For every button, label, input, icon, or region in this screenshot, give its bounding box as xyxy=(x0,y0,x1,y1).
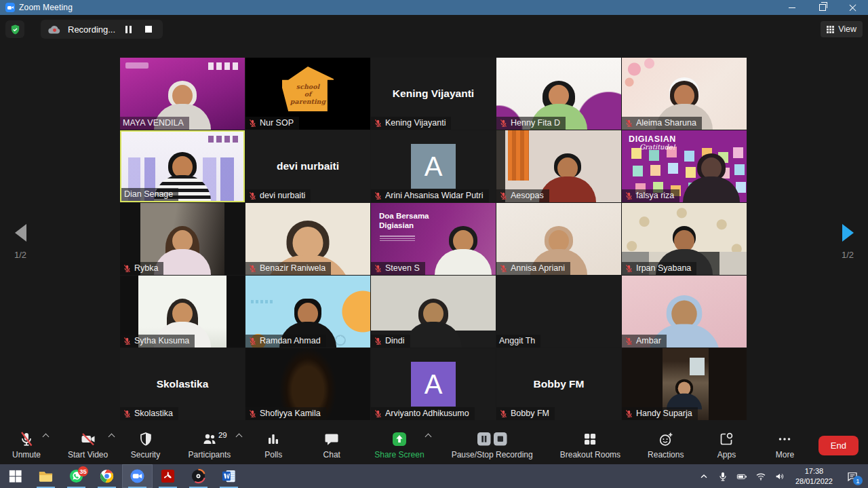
toolbar-breakout-rooms-button[interactable]: Breakout Rooms xyxy=(556,426,625,464)
toolbar-security-button[interactable]: Security xyxy=(126,426,165,464)
taskbar-clock[interactable]: 17:38 28/01/2022 xyxy=(790,464,838,488)
gallery-prev-button[interactable]: 1/2 xyxy=(0,224,41,260)
toolbar-participants-button[interactable]: 29Participants xyxy=(184,426,235,464)
toolbar-label: Polls xyxy=(264,450,282,459)
participant-tile-steven-s[interactable]: Doa BersamaDigiasianSteven S xyxy=(371,203,496,275)
recording-label: Recording... xyxy=(68,24,115,35)
muted-mic-icon xyxy=(123,409,132,418)
stop-recording-button[interactable] xyxy=(141,22,156,37)
close-button[interactable] xyxy=(837,0,868,15)
toolbar-unmute-button[interactable]: Unmute xyxy=(7,426,46,464)
participant-name-label: Handy Suparja xyxy=(622,407,698,420)
participant-tile-arini-ahsanisa[interactable]: AArini Ahsanisa Widar Putri xyxy=(371,130,496,202)
stop-icon xyxy=(145,26,152,33)
whatsapp-badge: 35 xyxy=(78,466,88,476)
participant-tile-shofiyya-kamila[interactable]: Shofiyya Kamila xyxy=(245,348,370,420)
participant-tile-bobby-fm[interactable]: Bobby FMBobby FM xyxy=(496,348,621,420)
taskbar-icon-zoom[interactable] xyxy=(122,464,153,488)
volume-icon[interactable] xyxy=(771,464,789,488)
participant-name-label: Dian Senage xyxy=(121,188,178,201)
wifi-icon[interactable] xyxy=(752,464,770,488)
muted-mic-icon xyxy=(248,119,257,128)
muted-mic-icon xyxy=(625,191,633,200)
participant-tile-nur-sop[interactable]: schoolofparentingNur SOP xyxy=(245,58,370,130)
gallery-next-button[interactable]: 1/2 xyxy=(827,224,868,260)
toolbar-more-button[interactable]: More xyxy=(765,426,804,464)
toolbar-share-screen-button[interactable]: Share Screen xyxy=(370,426,428,464)
toolbar-label: Share Screen xyxy=(374,450,424,459)
breakout-rooms-icon xyxy=(582,431,598,447)
participant-tile-henny-fita-d[interactable]: Henny Fita D xyxy=(496,58,621,130)
participant-name-label: falsya riza xyxy=(622,189,679,202)
participants-grid: MAYA VENDILAschoolofparentingNur SOPKeni… xyxy=(120,58,747,420)
muted-mic-icon xyxy=(499,191,508,200)
apps-icon xyxy=(718,431,734,447)
participant-tile-handy-suparja[interactable]: Handy Suparja xyxy=(622,348,747,420)
toolbar-polls-button[interactable]: Polls xyxy=(254,426,293,464)
restore-icon xyxy=(819,4,826,11)
participant-tile-benazir-raniwela[interactable]: Benazir Raniwela xyxy=(245,203,370,275)
chevron-up-icon[interactable] xyxy=(236,434,243,440)
clock-time: 17:38 xyxy=(795,466,833,476)
toolbar-reactions-button[interactable]: Reactions xyxy=(644,426,688,464)
view-button[interactable]: View xyxy=(821,21,863,37)
participant-tile-aesopas[interactable]: Aesopas xyxy=(496,130,621,202)
action-center-button[interactable]: 1 xyxy=(840,464,865,488)
taskbar-icon-chrome[interactable] xyxy=(92,464,122,488)
security-icon xyxy=(138,431,154,447)
participant-name-label: devi nurbaiti xyxy=(245,189,311,202)
toolbar-label: Reactions xyxy=(648,450,684,459)
participant-tile-devi-nurbaiti[interactable]: devi nurbaitidevi nurbaiti xyxy=(245,130,370,202)
participant-tile-irpan-syabana[interactable]: Irpan Syabana xyxy=(622,203,747,275)
taskbar-icon-file-explorer[interactable] xyxy=(31,464,61,488)
participant-name-label: Aesopas xyxy=(496,189,549,202)
participant-tile-falsya-riza[interactable]: DIGIASIANGratitude!falsya riza xyxy=(622,130,747,202)
participant-tile-ambar[interactable]: Ambar xyxy=(622,276,747,348)
toolbar-pause-stop-recording-button[interactable]: Pause/Stop Recording xyxy=(448,426,537,464)
view-label: View xyxy=(838,24,856,34)
chevron-up-icon[interactable] xyxy=(425,434,431,440)
participant-tile-maya-vendila[interactable]: MAYA VENDILA xyxy=(120,58,245,130)
hidden-icons-chevron[interactable] xyxy=(695,464,713,488)
participant-tile-arviyanto-adhikusumo[interactable]: AArviyanto Adhikusumo xyxy=(371,348,496,420)
restore-button[interactable] xyxy=(807,0,837,15)
taskbar-icon-acrobat[interactable] xyxy=(153,464,183,488)
muted-mic-icon xyxy=(248,264,257,273)
participant-name-label: Sytha Kusuma xyxy=(120,335,195,348)
muted-mic-icon xyxy=(499,409,508,418)
toolbar-label: Apps xyxy=(717,450,736,459)
participant-tile-sytha-kusuma[interactable]: Sytha Kusuma xyxy=(120,276,245,348)
zoom-app-icon xyxy=(5,3,15,12)
participant-tile-rybka[interactable]: Rybka xyxy=(120,203,245,275)
toolbar-start-video-button[interactable]: Start Video xyxy=(64,426,112,464)
taskbar-icon-start[interactable] xyxy=(0,464,31,488)
notification-count-badge: 1 xyxy=(853,476,863,485)
gallery-view-icon xyxy=(827,26,834,33)
battery-icon[interactable] xyxy=(733,464,751,488)
participant-name-label: Aleima Sharuna xyxy=(622,117,702,130)
participants-count: 29 xyxy=(218,431,227,439)
participant-tile-ramdan-ahmad[interactable]: Ramdan Ahmad xyxy=(245,276,370,348)
reactions-icon xyxy=(658,431,674,447)
participant-name-label: Ramdan Ahmad xyxy=(245,335,326,348)
taskbar-icon-word[interactable] xyxy=(214,464,244,488)
end-meeting-button[interactable]: End xyxy=(818,436,859,455)
toolbar-apps-button[interactable]: Apps xyxy=(707,426,746,464)
participant-tile-aleima-sharuna[interactable]: Aleima Sharuna xyxy=(622,58,747,130)
minimize-button[interactable] xyxy=(776,0,807,15)
pause-recording-button[interactable] xyxy=(121,22,136,37)
participant-tile-dindi[interactable]: Dindi xyxy=(371,276,496,348)
participant-tile-anggit-th[interactable]: Anggit Th xyxy=(496,276,621,348)
taskbar-icon-screen-recorder[interactable] xyxy=(183,464,214,488)
toolbar-chat-button[interactable]: Chat xyxy=(312,426,351,464)
chevron-up-icon[interactable] xyxy=(43,434,50,440)
toolbar-label: Breakout Rooms xyxy=(560,450,620,459)
participant-tile-kening-vijayanti[interactable]: Kening VijayantiKening Vijayanti xyxy=(371,58,496,130)
taskbar-icon-whatsapp[interactable]: 35 xyxy=(61,464,92,488)
toolbar-label: More xyxy=(776,450,794,459)
participant-tile-annisa-apriani[interactable]: Annisa Apriani xyxy=(496,203,621,275)
participant-tile-dian-senage[interactable]: Dian Senage xyxy=(120,130,245,202)
participant-tile-skolastika[interactable]: SkolastikaSkolastika xyxy=(120,348,245,420)
participant-name-label: Skolastika xyxy=(120,407,178,420)
microphone-tray-icon[interactable] xyxy=(714,464,732,488)
